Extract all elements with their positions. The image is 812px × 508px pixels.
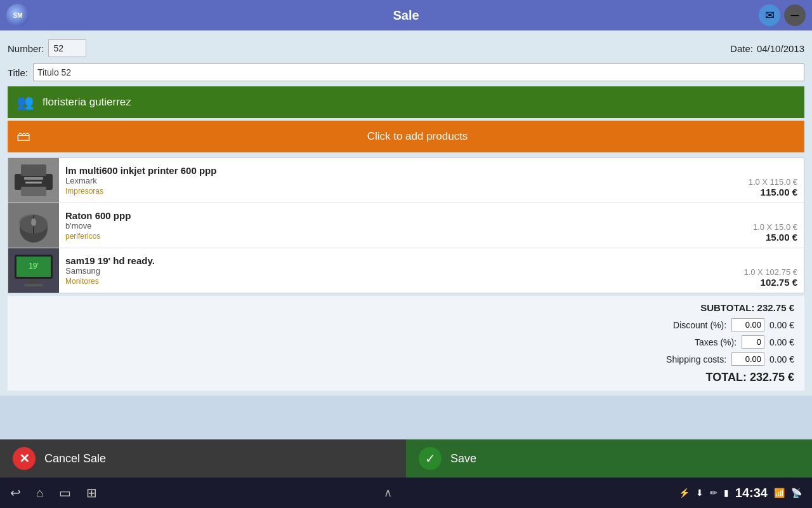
- shipping-pct-input[interactable]: [731, 352, 764, 366]
- title-input[interactable]: [33, 64, 804, 81]
- save-label: Save: [450, 452, 476, 465]
- svg-rect-11: [29, 279, 38, 284]
- product-info: Raton 600 ppp b'move perifericos: [59, 203, 747, 248]
- wifi-icon: 📶: [774, 488, 785, 498]
- subtotal-row: SUBTOTAL: 232.75 €: [18, 302, 794, 313]
- qr-icon[interactable]: ⊞: [86, 485, 97, 500]
- nav-center: ∧: [384, 486, 392, 500]
- product-name: lm multi600 inkjet printer 600 ppp: [65, 165, 736, 176]
- product-price: 1.0 X 15.0 € 15.00 €: [747, 203, 804, 248]
- product-brand: Samsung: [65, 266, 731, 276]
- shipping-value: 0.00 €: [769, 354, 794, 364]
- shipping-row: Shipping costs: 0.00 €: [18, 352, 794, 366]
- taxes-row: Taxes (%): 0.00 €: [18, 335, 794, 349]
- cancel-label: Cancel Sale: [44, 452, 106, 465]
- system-bar: ↩ ⌂ ▭ ⊞ ∧ ⚡ ⬇ ✏ ▮ 14:34 📶 📡: [0, 478, 812, 508]
- customer-icon: 👥: [16, 94, 34, 110]
- svg-rect-12: [24, 284, 43, 286]
- main-content: Number: 52 Date: 04/10/2013 Title: 👥 flo…: [0, 30, 812, 396]
- customer-name: floristeria gutierrez: [43, 96, 131, 109]
- products-icon: 🗃: [16, 128, 30, 145]
- app-logo: SM: [6, 4, 29, 27]
- product-price: 1.0 X 102.75 € 102.75 €: [737, 248, 804, 293]
- battery-icon: ▮: [724, 488, 729, 498]
- price-detail: 1.0 X 115.0 €: [749, 177, 797, 187]
- table-row[interactable]: lm multi600 inkjet printer 600 ppp Lexma…: [8, 158, 804, 203]
- grand-total-row: TOTAL: 232.75 €: [18, 371, 794, 384]
- discount-value: 0.00 €: [769, 320, 794, 330]
- svg-text:19': 19': [29, 262, 39, 271]
- customer-banner[interactable]: 👥 floristeria gutierrez: [8, 86, 804, 118]
- number-label: Number:: [8, 43, 44, 54]
- product-list: lm multi600 inkjet printer 600 ppp Lexma…: [8, 157, 804, 293]
- product-brand: b'move: [65, 221, 740, 231]
- date-label: Date:: [730, 43, 753, 54]
- title-label: Title:: [8, 67, 28, 78]
- product-category: perifericos: [65, 232, 740, 241]
- download-icon: ⬇: [696, 488, 704, 498]
- discount-label: Discount (%):: [673, 320, 726, 330]
- product-name: sam19 19' hd ready.: [65, 255, 731, 266]
- product-category: Impresoras: [65, 187, 736, 196]
- product-info: lm multi600 inkjet printer 600 ppp Lexma…: [59, 158, 742, 203]
- add-products-label: Click to add products: [39, 130, 796, 143]
- back-icon[interactable]: ↩: [10, 485, 21, 500]
- taxes-value: 0.00 €: [769, 337, 794, 347]
- shipping-label: Shipping costs:: [666, 354, 726, 364]
- system-time: 14:34: [735, 486, 768, 500]
- save-button[interactable]: ✓ Save: [406, 439, 812, 478]
- taxes-pct-input[interactable]: [742, 335, 764, 349]
- number-value: 52: [48, 39, 86, 57]
- svg-rect-1: [21, 164, 46, 176]
- price-total: 115.00 €: [761, 187, 797, 197]
- mail-icon-button[interactable]: ✉: [759, 4, 780, 26]
- totals-section: SUBTOTAL: 232.75 € Discount (%): 0.00 € …: [8, 296, 804, 391]
- price-detail: 1.0 X 102.75 €: [743, 267, 797, 277]
- action-bar: ✕ Cancel Sale ✓ Save: [0, 439, 812, 478]
- discount-pct-input[interactable]: [731, 318, 764, 331]
- svg-rect-2: [21, 187, 46, 196]
- status-icons: ⚡ ⬇ ✏ ▮ 14:34 📶 📡: [679, 486, 802, 500]
- product-thumbnail: 19': [8, 248, 59, 293]
- product-thumbnail: [8, 203, 59, 248]
- subtotal-value: 232.75 €: [757, 302, 794, 313]
- meta-row: Number: 52 Date: 04/10/2013: [8, 36, 804, 61]
- add-products-banner[interactable]: 🗃 Click to add products: [8, 121, 804, 152]
- cancel-sale-button[interactable]: ✕ Cancel Sale: [0, 439, 406, 478]
- table-row[interactable]: Raton 600 ppp b'move perifericos 1.0 X 1…: [8, 203, 804, 248]
- product-price: 1.0 X 115.0 € 115.00 €: [742, 158, 804, 203]
- product-thumbnail: [8, 158, 59, 203]
- cancel-icon: ✕: [13, 447, 36, 470]
- save-icon: ✓: [419, 447, 442, 470]
- recent-apps-icon[interactable]: ▭: [59, 485, 71, 500]
- svg-rect-3: [24, 177, 43, 180]
- mouse-icon: [11, 206, 56, 244]
- date-value: 04/10/2013: [757, 43, 804, 54]
- nav-buttons: ↩ ⌂ ▭ ⊞: [10, 485, 97, 500]
- home-icon[interactable]: ⌂: [36, 486, 44, 500]
- monitor-icon: 19': [11, 251, 56, 290]
- product-category: Monitores: [65, 277, 731, 286]
- title-row: Title:: [8, 61, 804, 86]
- svg-rect-4: [25, 182, 42, 184]
- discount-row: Discount (%): 0.00 €: [18, 318, 794, 331]
- price-detail: 1.0 X 15.0 €: [753, 222, 797, 232]
- product-name: Raton 600 ppp: [65, 210, 740, 221]
- product-brand: Lexmark: [65, 176, 736, 185]
- usb-icon: ⚡: [679, 488, 690, 498]
- printer-icon: [11, 161, 56, 199]
- product-info: sam19 19' hd ready. Samsung Monitores: [59, 248, 737, 293]
- price-total: 15.00 €: [766, 232, 797, 243]
- subtotal-label: SUBTOTAL:: [700, 302, 754, 313]
- total-value: 232.75 €: [750, 371, 794, 384]
- total-label: TOTAL:: [706, 371, 747, 384]
- header-actions: ✉ ─: [759, 4, 806, 26]
- svg-point-8: [31, 218, 36, 226]
- minimize-icon-button[interactable]: ─: [784, 4, 806, 26]
- app-header: SM Sale ✉ ─: [0, 0, 812, 30]
- signal-icon: 📡: [791, 488, 802, 498]
- page-title: Sale: [393, 8, 419, 23]
- taxes-label: Taxes (%):: [695, 337, 737, 347]
- edit-icon: ✏: [710, 488, 717, 498]
- table-row[interactable]: 19' sam19 19' hd ready. Samsung Monitore…: [8, 248, 804, 293]
